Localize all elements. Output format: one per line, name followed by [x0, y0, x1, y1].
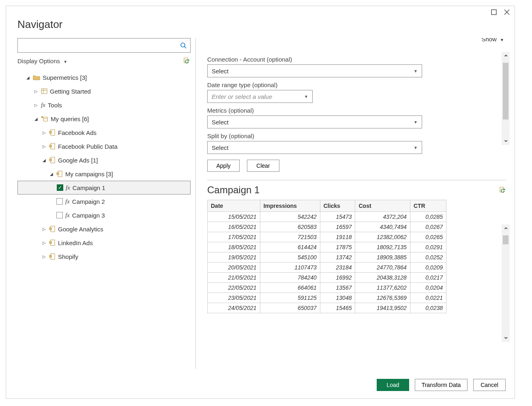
table-row[interactable]: 24/05/20216500371546519413,95020,0238: [208, 303, 446, 313]
table-header[interactable]: Date: [208, 200, 260, 212]
table-row[interactable]: 22/05/20216640611356711377,62020,0204: [208, 283, 446, 293]
show-dropdown[interactable]: Show ▼: [481, 38, 504, 43]
table-row[interactable]: 20/05/202111074732318424770,78640,0209: [208, 263, 446, 273]
tree-node-linkedin-ads[interactable]: ▷ LinkedIn Ads: [17, 236, 191, 250]
table-cell: 23/05/2021: [208, 293, 260, 303]
table-cell: 0,0265: [410, 232, 446, 242]
table-cell: 12382,0062: [355, 232, 410, 242]
close-icon[interactable]: [504, 9, 510, 15]
transform-data-button[interactable]: Transform Data: [415, 379, 468, 391]
tree-node-my-campaigns[interactable]: ◢ My campaigns [3]: [17, 167, 191, 181]
svg-rect-0: [491, 10, 496, 15]
search-input[interactable]: [17, 38, 191, 53]
table-cell: 13048: [320, 293, 355, 303]
preview-table: DateImpressionsClicksCostCTR 15/05/20215…: [207, 200, 446, 313]
tree-node-google-analytics[interactable]: ▷ Google Analytics: [17, 222, 191, 236]
tree-node-shopify[interactable]: ▷ Shopify: [17, 250, 191, 263]
tree-node-getting-started[interactable]: ▷ Getting Started: [17, 84, 191, 98]
scrollbar-thumb[interactable]: [503, 235, 508, 244]
collapse-icon[interactable]: ◢: [34, 117, 39, 121]
collapse-icon[interactable]: ◢: [26, 75, 30, 80]
table-header[interactable]: Cost: [355, 200, 410, 212]
table-row[interactable]: 15/05/2021542242154734372,2040,0285: [208, 212, 446, 222]
table-row[interactable]: 19/05/20215451001374218909,38850,0252: [208, 252, 446, 263]
window-controls: [6, 6, 515, 17]
table-cell: 721503: [260, 232, 320, 242]
metrics-select[interactable]: Select ▼: [207, 115, 422, 128]
table-cell: 12676,5369: [355, 293, 410, 303]
checkbox-icon[interactable]: [56, 198, 63, 205]
chevron-down-icon: ▼: [500, 38, 504, 42]
table-header[interactable]: Impressions: [260, 200, 320, 212]
svg-rect-5: [41, 89, 47, 94]
scroll-up-icon[interactable]: ⌃: [503, 226, 508, 234]
table-row[interactable]: 16/05/2021620583165974340,74940,0267: [208, 222, 446, 232]
table-cell: 21/05/2021: [208, 273, 260, 283]
scrollbar-thumb[interactable]: [503, 63, 508, 120]
datasource-icon: [49, 157, 56, 163]
search-icon: [180, 42, 187, 49]
svg-point-3: [181, 43, 185, 47]
apply-button[interactable]: Apply: [207, 160, 240, 172]
table-cell: 16/05/2021: [208, 222, 260, 232]
svg-rect-12: [49, 131, 51, 133]
tree-node-campaign-1[interactable]: ✓ fx Campaign 1: [17, 181, 191, 194]
tree-node-tools[interactable]: ▷ fx Tools: [17, 98, 191, 112]
expand-icon[interactable]: ▷: [42, 144, 47, 149]
table-row[interactable]: 18/05/20216144241787518092,71350,0291: [208, 242, 446, 252]
tree-node-supermetrics[interactable]: ◢ Supermetrics [3]: [17, 71, 191, 84]
datasource-icon: [49, 143, 56, 150]
tree-node-google-ads[interactable]: ◢ Google Ads [1]: [17, 153, 191, 167]
display-options-dropdown[interactable]: Display Options ▼: [17, 58, 67, 64]
expand-icon[interactable]: ▷: [42, 227, 47, 231]
chevron-down-icon: ▼: [414, 69, 418, 73]
svg-rect-16: [49, 159, 51, 161]
refresh-preview-icon[interactable]: [498, 186, 506, 194]
table-row[interactable]: 23/05/20215911251304812676,53690,0221: [208, 293, 446, 303]
group-icon: [56, 171, 63, 177]
scrollbar[interactable]: ⌃ ⌄: [502, 52, 510, 145]
scroll-down-icon[interactable]: ⌄: [503, 136, 508, 143]
expand-icon[interactable]: ▷: [42, 130, 47, 135]
expand-icon[interactable]: ▷: [34, 103, 39, 107]
checkbox-icon[interactable]: [56, 212, 63, 218]
chevron-down-icon: ▼: [304, 94, 308, 99]
folder-icon: [33, 75, 40, 80]
table-cell: 0,0221: [410, 293, 446, 303]
table-cell: 24/05/2021: [208, 303, 260, 313]
tree-node-campaign-3[interactable]: fx Campaign 3: [17, 208, 191, 222]
table-cell: 17875: [320, 242, 355, 252]
tree-node-my-queries[interactable]: ◢ My queries [6]: [17, 112, 191, 126]
datasource-icon: [49, 253, 56, 260]
table-cell: 15473: [320, 212, 355, 222]
connection-select[interactable]: Select ▼: [207, 64, 422, 77]
table-cell: 0,0217: [410, 273, 446, 283]
tree-node-facebook-public[interactable]: ▷ Facebook Public Data: [17, 139, 191, 153]
expand-icon[interactable]: ▷: [34, 89, 39, 94]
checkbox-checked-icon[interactable]: ✓: [57, 184, 63, 191]
table-header[interactable]: CTR: [410, 200, 446, 212]
collapse-icon[interactable]: ◢: [42, 158, 47, 162]
expand-icon[interactable]: ▷: [42, 241, 47, 245]
refresh-icon[interactable]: [182, 57, 191, 65]
split-by-select[interactable]: Select ▼: [207, 141, 422, 154]
tree-label: Facebook Public Data: [58, 143, 191, 150]
scrollbar[interactable]: ⌃ ⌄: [502, 224, 510, 342]
maximize-icon[interactable]: [491, 9, 497, 15]
table-row[interactable]: 21/05/20217842401699220438,31280,0217: [208, 273, 446, 283]
cancel-button[interactable]: Cancel: [473, 379, 506, 391]
datasource-icon: [49, 239, 56, 246]
date-range-select[interactable]: Enter or select a value ▼: [207, 90, 313, 103]
table-cell: 11377,6202: [355, 283, 410, 293]
expand-icon[interactable]: ▷: [42, 254, 47, 259]
tree-node-facebook-ads[interactable]: ▷ Facebook Ads: [17, 126, 191, 139]
table-header[interactable]: Clicks: [320, 200, 355, 212]
clear-button[interactable]: Clear: [247, 160, 279, 172]
tree-node-campaign-2[interactable]: fx Campaign 2: [17, 194, 191, 208]
load-button[interactable]: Load: [377, 379, 409, 391]
tree: ◢ Supermetrics [3] ▷ Getting Started ▷ f…: [17, 71, 191, 369]
collapse-icon[interactable]: ◢: [49, 172, 54, 176]
table-row[interactable]: 17/05/20217215031911812382,00620,0265: [208, 232, 446, 242]
scroll-up-icon[interactable]: ⌃: [503, 53, 508, 61]
scroll-down-icon[interactable]: ⌄: [503, 333, 508, 340]
